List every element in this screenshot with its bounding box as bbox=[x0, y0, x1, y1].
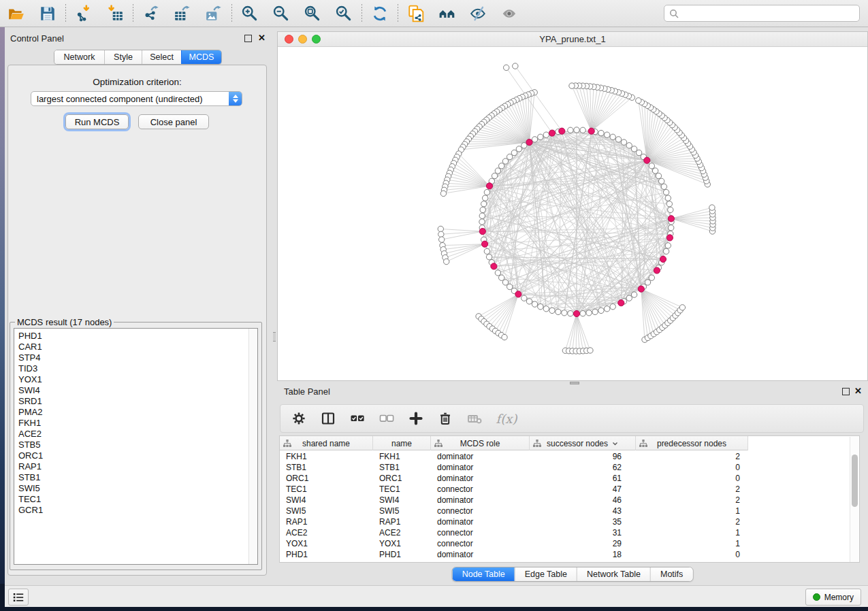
column-header-name[interactable]: name bbox=[373, 436, 431, 450]
show-all-button[interactable] bbox=[500, 4, 519, 23]
table-cell[interactable]: 43 bbox=[530, 506, 636, 516]
zoom-out-button[interactable] bbox=[272, 4, 291, 23]
control-panel-close-button[interactable]: ✕ bbox=[258, 34, 266, 42]
table-cell[interactable]: TEC1 bbox=[373, 484, 431, 495]
zoom-in-button[interactable] bbox=[240, 4, 259, 23]
mcds-result-item[interactable]: STB1 bbox=[18, 472, 257, 483]
table-panel-close-button[interactable]: ✕ bbox=[854, 387, 862, 395]
tab-motifs[interactable]: Motifs bbox=[650, 567, 692, 581]
horizontal-splitter-grip[interactable] bbox=[570, 382, 579, 384]
table-cell[interactable]: SWI5 bbox=[280, 506, 373, 516]
table-cell[interactable]: 96 bbox=[530, 451, 636, 462]
table-row[interactable]: RAP1RAP1dominator352 bbox=[280, 516, 859, 527]
table-cell[interactable]: 18 bbox=[530, 549, 636, 560]
table-row[interactable]: PHD1PHD1dominator180 bbox=[280, 549, 859, 560]
panel-menu-button[interactable] bbox=[8, 589, 29, 606]
table-panel-float-button[interactable] bbox=[842, 388, 850, 395]
tab-select[interactable]: Select bbox=[142, 50, 181, 64]
table-cell[interactable]: PHD1 bbox=[373, 549, 431, 560]
table-cell[interactable]: dominator bbox=[431, 549, 530, 560]
table-cell[interactable]: 31 bbox=[530, 527, 636, 538]
mcds-result-item[interactable]: SWI5 bbox=[18, 483, 257, 494]
table-row[interactable]: ORC1ORC1dominator610 bbox=[280, 473, 859, 484]
optimization-criterion-dropdown[interactable]: largest connected component (undirected) bbox=[31, 91, 242, 106]
table-row[interactable]: FKH1FKH1dominator962 bbox=[280, 451, 859, 462]
table-cell[interactable]: 2 bbox=[636, 451, 748, 462]
table-cell[interactable]: YOX1 bbox=[373, 538, 431, 549]
first-neighbors-button[interactable] bbox=[438, 4, 457, 23]
mcds-result-item[interactable]: TEC1 bbox=[18, 494, 257, 505]
table-cell[interactable]: FKH1 bbox=[280, 451, 373, 462]
table-cell[interactable]: ORC1 bbox=[280, 473, 373, 484]
result-list-scrollbar[interactable] bbox=[248, 329, 257, 564]
mcds-result-item[interactable]: ACE2 bbox=[18, 429, 257, 440]
table-cell[interactable]: SWI4 bbox=[280, 495, 373, 506]
search-field[interactable] bbox=[664, 5, 860, 22]
close-panel-button[interactable]: Close panel bbox=[138, 114, 209, 129]
table-cell[interactable]: dominator bbox=[431, 462, 530, 473]
tab-style[interactable]: Style bbox=[104, 50, 142, 64]
table-cell[interactable]: connector bbox=[431, 538, 530, 549]
table-row[interactable]: SWI5SWI5connector431 bbox=[280, 506, 859, 516]
mcds-result-item[interactable]: CAR1 bbox=[18, 342, 257, 352]
table-cell[interactable]: FKH1 bbox=[373, 451, 431, 462]
table-cell[interactable]: 35 bbox=[530, 516, 636, 527]
deselect-all-checkboxes-button[interactable] bbox=[378, 410, 396, 427]
table-cell[interactable]: dominator bbox=[431, 473, 530, 484]
table-row[interactable]: ACE2ACE2connector311 bbox=[280, 527, 859, 538]
network-canvas[interactable] bbox=[278, 47, 867, 380]
table-cell[interactable]: ACE2 bbox=[280, 527, 373, 538]
control-panel-float-button[interactable] bbox=[244, 35, 252, 42]
tab-network[interactable]: Network bbox=[54, 50, 104, 64]
table-cell[interactable]: connector bbox=[431, 506, 530, 516]
table-cell[interactable]: 2 bbox=[636, 484, 748, 495]
add-column-button[interactable] bbox=[407, 410, 425, 427]
table-cell[interactable]: RAP1 bbox=[373, 516, 431, 527]
table-cell[interactable]: SWI4 bbox=[373, 495, 431, 506]
column-header-shared-name[interactable]: shared name bbox=[280, 436, 373, 450]
vertical-splitter-grip[interactable] bbox=[273, 332, 276, 342]
export-image-button[interactable] bbox=[204, 4, 223, 23]
table-row[interactable]: TEC1TEC1connector472 bbox=[280, 484, 859, 495]
export-network-button[interactable] bbox=[142, 4, 161, 23]
clone-network-button[interactable] bbox=[406, 4, 425, 23]
table-cell[interactable]: ACE2 bbox=[373, 527, 431, 538]
mcds-result-item[interactable]: SRD1 bbox=[18, 396, 257, 407]
table-cell[interactable]: 62 bbox=[530, 462, 636, 473]
mcds-result-item[interactable]: SWI4 bbox=[18, 385, 257, 396]
table-cell[interactable]: PHD1 bbox=[280, 549, 373, 560]
zoom-selected-button[interactable] bbox=[334, 4, 353, 23]
column-header-MCDS-role[interactable]: MCDS role bbox=[431, 436, 530, 450]
table-cell[interactable]: 29 bbox=[530, 538, 636, 549]
horizontal-splitter[interactable] bbox=[277, 381, 868, 385]
delete-column-button[interactable] bbox=[436, 410, 454, 427]
table-cell[interactable]: TEC1 bbox=[280, 484, 373, 495]
column-header-predecessor-nodes[interactable]: predecessor nodes bbox=[636, 436, 748, 450]
table-cell[interactable]: 46 bbox=[530, 495, 636, 506]
tab-network-table[interactable]: Network Table bbox=[577, 567, 650, 581]
table-scrollbar[interactable] bbox=[850, 437, 858, 562]
save-session-button[interactable] bbox=[38, 4, 57, 23]
table-cell[interactable]: STB1 bbox=[373, 462, 431, 473]
vertical-splitter[interactable] bbox=[272, 27, 277, 587]
table-cell[interactable]: 1 bbox=[636, 538, 748, 549]
tab-node-table[interactable]: Node Table bbox=[453, 567, 515, 581]
table-cell[interactable]: 0 bbox=[636, 473, 748, 484]
table-cell[interactable]: 2 bbox=[636, 516, 748, 527]
table-row[interactable]: YOX1YOX1connector291 bbox=[280, 538, 859, 549]
mcds-result-item[interactable]: STB5 bbox=[18, 440, 257, 450]
zoom-fit-button[interactable] bbox=[303, 4, 322, 23]
run-mcds-button[interactable]: Run MCDS bbox=[65, 114, 129, 129]
table-cell[interactable]: connector bbox=[431, 484, 530, 495]
column-header-successor-nodes[interactable]: successor nodes bbox=[530, 436, 636, 450]
refresh-button[interactable] bbox=[370, 4, 389, 23]
mcds-result-item[interactable]: GCR1 bbox=[18, 505, 257, 516]
memory-button[interactable]: Memory bbox=[805, 589, 861, 606]
table-cell[interactable]: dominator bbox=[431, 495, 530, 506]
table-cell[interactable]: RAP1 bbox=[280, 516, 373, 527]
import-table-button[interactable] bbox=[106, 4, 125, 23]
table-cell[interactable]: dominator bbox=[431, 451, 530, 462]
mcds-result-item[interactable]: TID3 bbox=[18, 363, 257, 374]
table-cell[interactable]: 2 bbox=[636, 495, 748, 506]
settings-gear-button[interactable] bbox=[290, 410, 308, 427]
